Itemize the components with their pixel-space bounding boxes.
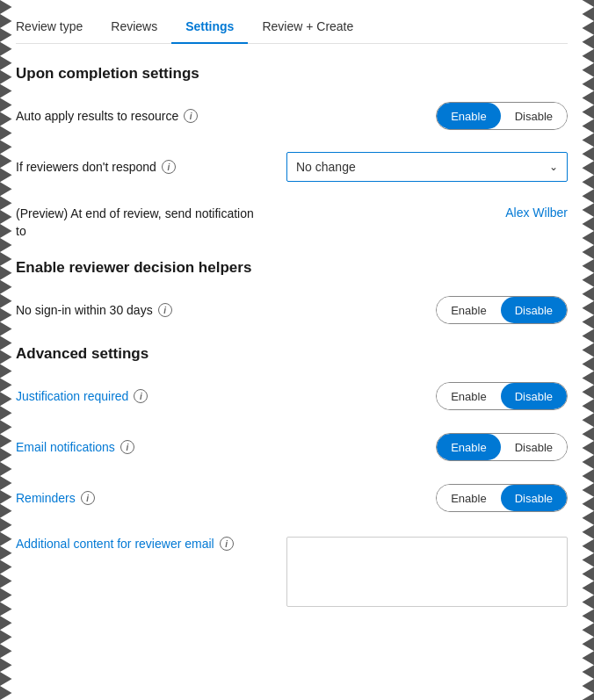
notification-label: (Preview) At end of review, send notific…	[16, 206, 262, 240]
additional-content-textarea[interactable]	[286, 537, 568, 607]
justification-toggle: Enable Disable	[436, 382, 568, 410]
advanced-section: Advanced settings Justification required…	[16, 345, 568, 607]
auto-apply-info-icon[interactable]: i	[184, 109, 198, 123]
if-reviewers-dropdown[interactable]: No change ⌄	[286, 152, 568, 182]
if-reviewers-row: If reviewers don't respond i No change ⌄	[16, 151, 568, 183]
reminders-label: Reminders i	[16, 491, 95, 505]
additional-content-info-icon[interactable]: i	[220, 537, 234, 551]
email-notif-enable-btn[interactable]: Enable	[437, 434, 500, 460]
auto-apply-row: Auto apply results to resource i Enable …	[16, 100, 568, 132]
email-notif-toggle: Enable Disable	[436, 433, 568, 461]
no-signin-label: No sign-in within 30 days i	[16, 303, 172, 317]
notification-link[interactable]: Alex Wilber	[505, 206, 568, 220]
email-notif-row: Email notifications i Enable Disable	[16, 431, 568, 463]
tab-review-type[interactable]: Review type	[16, 11, 97, 44]
no-signin-enable-btn[interactable]: Enable	[437, 297, 500, 323]
reminders-toggle: Enable Disable	[436, 484, 568, 512]
nav-tabs: Review type Reviews Settings Review + Cr…	[16, 11, 568, 44]
justification-disable-btn[interactable]: Disable	[501, 383, 567, 409]
page-container: Review type Reviews Settings Review + Cr…	[0, 0, 594, 700]
upon-completion-section: Upon completion settings Auto apply resu…	[16, 65, 568, 240]
justification-row: Justification required i Enable Disable	[16, 380, 568, 412]
email-notif-label: Email notifications i	[16, 440, 134, 454]
no-signin-info-icon[interactable]: i	[158, 303, 172, 317]
auto-apply-enable-btn[interactable]: Enable	[437, 103, 500, 129]
additional-content-label: Additional content for reviewer email i	[16, 537, 234, 551]
no-signin-row: No sign-in within 30 days i Enable Disab…	[16, 294, 568, 326]
advanced-heading: Advanced settings	[16, 345, 568, 363]
notification-row: (Preview) At end of review, send notific…	[16, 202, 568, 240]
upon-completion-heading: Upon completion settings	[16, 65, 568, 83]
auto-apply-toggle: Enable Disable	[436, 102, 568, 130]
tab-reviews[interactable]: Reviews	[97, 11, 171, 44]
reminders-disable-btn[interactable]: Disable	[501, 485, 567, 511]
reviewer-helpers-section: Enable reviewer decision helpers No sign…	[16, 259, 568, 326]
email-notif-info-icon[interactable]: i	[120, 440, 134, 454]
justification-enable-btn[interactable]: Enable	[437, 383, 500, 409]
no-signin-disable-btn[interactable]: Disable	[501, 297, 567, 323]
reviewer-helpers-heading: Enable reviewer decision helpers	[16, 259, 568, 277]
tab-settings[interactable]: Settings	[171, 11, 248, 44]
email-notif-disable-btn[interactable]: Disable	[501, 434, 567, 460]
reminders-row: Reminders i Enable Disable	[16, 482, 568, 514]
chevron-down-icon: ⌄	[549, 161, 558, 173]
tab-review-create[interactable]: Review + Create	[248, 11, 367, 44]
auto-apply-label: Auto apply results to resource i	[16, 109, 198, 123]
justification-info-icon[interactable]: i	[134, 389, 148, 403]
justification-label: Justification required i	[16, 389, 148, 403]
dropdown-value: No change	[296, 160, 356, 174]
no-signin-toggle: Enable Disable	[436, 296, 568, 324]
if-reviewers-label: If reviewers don't respond i	[16, 160, 176, 174]
if-reviewers-info-icon[interactable]: i	[162, 160, 176, 174]
reminders-enable-btn[interactable]: Enable	[437, 485, 500, 511]
reminders-info-icon[interactable]: i	[81, 491, 95, 505]
auto-apply-disable-btn[interactable]: Disable	[501, 103, 567, 129]
additional-content-row: Additional content for reviewer email i	[16, 533, 568, 607]
